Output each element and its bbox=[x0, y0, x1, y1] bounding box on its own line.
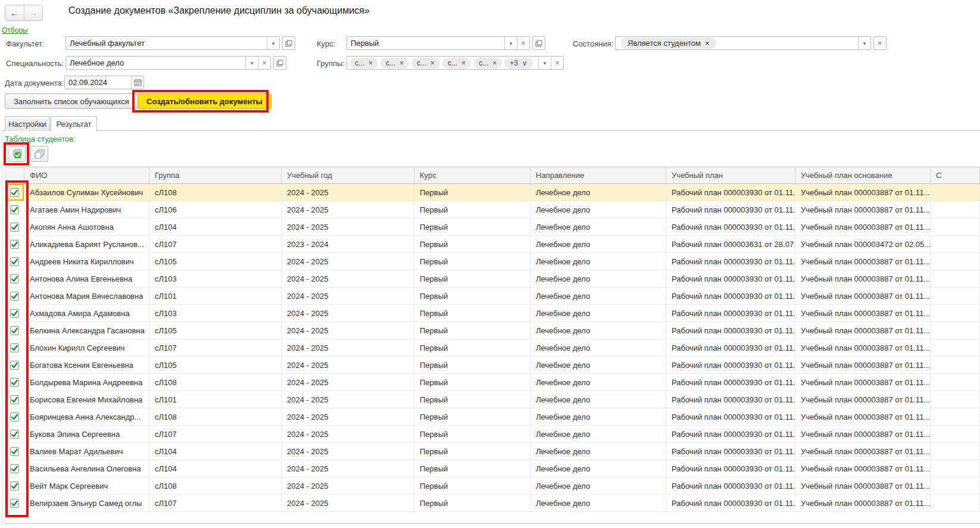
tag-remove-icon[interactable]: × bbox=[461, 59, 466, 67]
cell-plan[interactable]: Рабочий план 000003930 от 01.11... bbox=[666, 253, 795, 270]
filters-link[interactable]: Отборы bbox=[2, 26, 28, 35]
tag-remove-icon[interactable]: × bbox=[400, 59, 404, 67]
cell-course[interactable]: Первый bbox=[414, 236, 530, 252]
cell-plan-basis[interactable]: Учебный план 000003887 от 01.11... bbox=[795, 218, 931, 235]
cell-year[interactable]: 2024 - 2025 bbox=[282, 374, 414, 390]
cell-plan[interactable]: Рабочий план 000003930 от 01.11... bbox=[666, 184, 795, 201]
cell-course[interactable]: Первый bbox=[414, 253, 530, 270]
cell-plan-basis[interactable]: Учебный план 000003887 от 01.11... bbox=[795, 184, 931, 201]
cell-plan-basis[interactable]: Учебный план 000003887 от 01.11... bbox=[795, 460, 931, 477]
cell-extra[interactable] bbox=[931, 477, 980, 494]
cell-fio[interactable]: Антонова Алина Евгеньевна bbox=[24, 270, 149, 287]
group-tag[interactable]: с... × bbox=[442, 58, 471, 68]
cell-fio[interactable]: Богатова Ксения Евгеньевна bbox=[24, 357, 149, 373]
cell-year[interactable]: 2024 - 2025 bbox=[282, 408, 414, 425]
cell-group[interactable]: сЛ107 bbox=[149, 426, 282, 442]
course-input[interactable]: Первый bbox=[347, 39, 504, 48]
cell-direction[interactable]: Лечебное дело bbox=[530, 305, 666, 321]
cell-year[interactable]: 2024 - 2025 bbox=[282, 305, 414, 321]
row-checkbox-cell[interactable] bbox=[5, 236, 24, 252]
table-row[interactable]: Букова Элина Сергеевна сЛ107 2024 - 2025… bbox=[5, 426, 980, 443]
course-clear-icon[interactable]: × bbox=[517, 37, 529, 49]
row-checkbox-cell[interactable] bbox=[5, 460, 24, 477]
cell-course[interactable]: Первый bbox=[414, 339, 530, 356]
row-checkbox-cell[interactable] bbox=[5, 339, 24, 356]
cell-fio[interactable]: Велирзаев Эльнур Самед оглы bbox=[24, 495, 149, 511]
cell-year[interactable]: 2024 - 2025 bbox=[282, 253, 414, 270]
groups-clear-icon[interactable]: × bbox=[551, 57, 563, 69]
table-row[interactable]: Акопян Анна Ашотовна сЛ104 2024 - 2025 П… bbox=[5, 218, 980, 236]
cell-plan[interactable]: Рабочий план 000003930 от 01.11... bbox=[666, 408, 795, 425]
cell-extra[interactable] bbox=[931, 270, 980, 287]
cell-course[interactable]: Первый bbox=[414, 495, 530, 511]
row-checkbox-cell[interactable] bbox=[5, 305, 24, 321]
cell-extra[interactable] bbox=[931, 253, 980, 270]
cell-group[interactable]: сЛ106 bbox=[149, 201, 282, 218]
cell-fio[interactable]: Антонова Мария Вячеславовна bbox=[24, 288, 149, 304]
cell-group[interactable]: сЛ105 bbox=[149, 253, 282, 270]
cell-year[interactable]: 2024 - 2025 bbox=[282, 184, 414, 201]
cell-plan-basis[interactable]: Учебный план 000003887 от 01.11... bbox=[795, 322, 931, 339]
cell-plan[interactable]: Рабочий план 000003930 от 01.11... bbox=[666, 495, 795, 511]
cell-fio[interactable]: Болдырева Марина Андреевна bbox=[24, 374, 149, 390]
cell-extra[interactable] bbox=[931, 288, 980, 304]
row-checkbox-cell[interactable] bbox=[5, 495, 24, 511]
back-button[interactable]: ← bbox=[5, 5, 24, 20]
row-checkbox[interactable] bbox=[10, 326, 19, 335]
table-row[interactable]: Андреев Никита Кириллович сЛ105 2024 - 2… bbox=[5, 253, 980, 270]
cell-plan-basis[interactable]: Учебный план 000003887 от 01.11... bbox=[795, 426, 931, 442]
table-row[interactable]: Вейт Марк Сергеевич сЛ108 2024 - 2025 Пе… bbox=[5, 477, 980, 495]
cell-year[interactable]: 2024 - 2025 bbox=[282, 357, 414, 373]
cell-group[interactable]: сЛ108 bbox=[149, 374, 282, 390]
course-field[interactable]: Первый ▾ × bbox=[347, 36, 530, 50]
cell-year[interactable]: 2024 - 2025 bbox=[282, 218, 414, 235]
row-checkbox[interactable] bbox=[10, 205, 19, 214]
cell-direction[interactable]: Лечебное дело bbox=[530, 374, 666, 390]
chevron-down-icon[interactable]: ∨ bbox=[522, 59, 528, 67]
specialty-field[interactable]: Лечебное дело ▾ × bbox=[65, 56, 271, 70]
cell-fio[interactable]: Букова Элина Сергеевна bbox=[24, 426, 149, 442]
row-checkbox[interactable] bbox=[10, 240, 19, 249]
cell-plan[interactable]: Рабочий план 000003930 от 01.11... bbox=[666, 322, 795, 339]
cell-direction[interactable]: Лечебное дело bbox=[530, 201, 666, 218]
course-open-button[interactable] bbox=[532, 36, 545, 50]
faculty-field[interactable]: Лечебный факультет ▾ bbox=[65, 36, 280, 50]
cell-plan[interactable]: Рабочий план 000003930 от 01.11... bbox=[666, 218, 795, 235]
cell-course[interactable]: Первый bbox=[414, 270, 530, 287]
cell-plan-basis[interactable]: Учебный план 000003887 от 01.11... bbox=[795, 270, 931, 287]
table-row[interactable]: Васильева Ангелина Олеговна сЛ104 2024 -… bbox=[5, 460, 980, 477]
cell-direction[interactable]: Лечебное дело bbox=[530, 218, 666, 235]
cell-course[interactable]: Первый bbox=[414, 218, 530, 235]
row-checkbox[interactable] bbox=[10, 309, 19, 318]
row-checkbox-cell[interactable] bbox=[5, 477, 24, 494]
cell-plan-basis[interactable]: Учебный план 000003887 от 01.11... bbox=[795, 443, 931, 460]
groups-field[interactable]: с... × с... × с... × с... × с... × +3 ∨ … bbox=[347, 56, 564, 70]
cell-plan[interactable]: Рабочий план 000003930 от 01.11... bbox=[666, 460, 795, 477]
cell-course[interactable]: Первый bbox=[414, 305, 530, 321]
cell-year[interactable]: 2024 - 2025 bbox=[282, 288, 414, 304]
faculty-dropdown-icon[interactable]: ▾ bbox=[267, 37, 279, 49]
cell-course[interactable]: Первый bbox=[414, 477, 530, 494]
row-checkbox[interactable] bbox=[10, 361, 19, 370]
cell-group[interactable]: сЛ103 bbox=[149, 305, 282, 321]
faculty-input[interactable]: Лечебный факультет bbox=[66, 39, 267, 48]
row-checkbox-cell[interactable] bbox=[5, 201, 24, 218]
more-groups-chip[interactable]: +3 ∨ bbox=[504, 58, 532, 68]
row-checkbox[interactable] bbox=[10, 413, 19, 421]
cell-extra[interactable] bbox=[931, 339, 980, 356]
group-tag[interactable]: с... × bbox=[473, 58, 502, 68]
row-checkbox[interactable] bbox=[10, 482, 19, 490]
cell-plan[interactable]: Рабочий план 000003930 от 01.11... bbox=[666, 288, 795, 304]
specialty-open-button[interactable] bbox=[273, 56, 286, 70]
cell-group[interactable]: сЛ104 bbox=[149, 460, 282, 477]
cell-plan[interactable]: Рабочий план 000003930 от 01.11... bbox=[666, 391, 795, 408]
cell-extra[interactable] bbox=[931, 201, 980, 218]
states-field[interactable]: Является студентом × ▾ bbox=[615, 36, 871, 50]
cell-group[interactable]: сЛ108 bbox=[149, 184, 282, 201]
cell-fio[interactable]: Агатаев Амин Надирович bbox=[24, 201, 149, 218]
faculty-open-button[interactable] bbox=[282, 36, 295, 50]
cell-year[interactable]: 2024 - 2025 bbox=[282, 270, 414, 287]
cell-group[interactable]: сЛ104 bbox=[149, 218, 282, 235]
tab-settings[interactable]: Настройки bbox=[5, 116, 50, 131]
header-course[interactable]: Курс bbox=[414, 167, 530, 183]
